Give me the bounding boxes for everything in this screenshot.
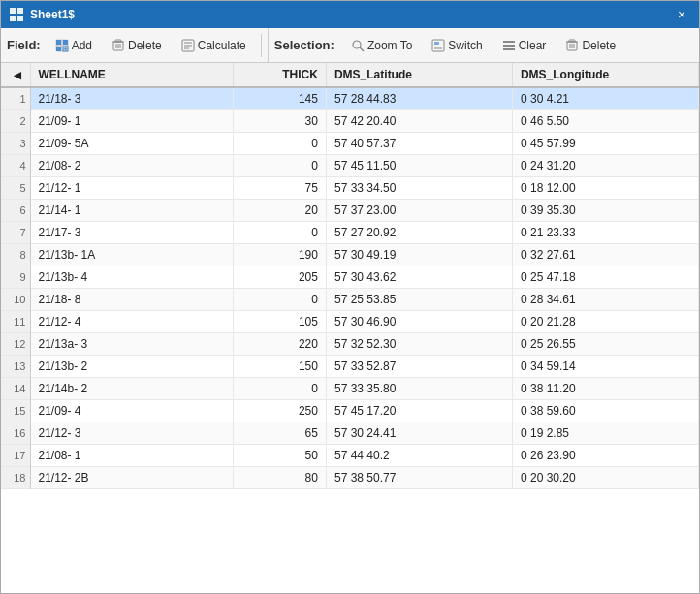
table-row[interactable]: 921/13b- 420557 30 43.620 25 47.18 [1, 266, 699, 289]
row-number: 13 [1, 356, 30, 378]
cell-thick: 190 [233, 244, 326, 266]
svg-rect-24 [434, 42, 439, 45]
table-row[interactable]: 821/13b- 1A19057 30 49.190 32 27.61 [1, 244, 699, 266]
cell-wellname: 21/09- 5A [30, 133, 233, 155]
table-row[interactable]: 1321/13b- 215057 33 52.870 34 59.14 [1, 356, 699, 378]
cell-thick: 80 [233, 467, 326, 489]
cell-dms-lon: 0 26 23.90 [512, 445, 698, 467]
delete-icon-2 [565, 39, 579, 52]
svg-rect-0 [10, 8, 16, 14]
window-title: Sheet1$ [30, 8, 666, 21]
svg-point-21 [353, 41, 361, 48]
cell-thick: 205 [233, 266, 326, 289]
delete-button-2[interactable]: Delete [557, 32, 624, 59]
cell-thick: 250 [233, 400, 326, 422]
table-row[interactable]: 121/18- 314557 28 44.830 30 4.21 [1, 87, 699, 110]
table-row[interactable]: 321/09- 5A057 40 57.370 45 57.99 [1, 133, 699, 155]
zoom-to-button[interactable]: Zoom To [342, 32, 421, 59]
table-row[interactable]: 521/12- 17557 33 34.500 18 12.00 [1, 177, 699, 200]
table-row[interactable]: 1421/14b- 2057 33 35.800 38 11.20 [1, 378, 699, 400]
cell-wellname: 21/14b- 2 [30, 378, 233, 400]
switch-button[interactable]: Switch [423, 32, 491, 59]
cell-thick: 30 [233, 110, 326, 133]
row-number: 16 [1, 422, 30, 445]
cell-dms-lat: 57 30 24.41 [326, 422, 512, 445]
close-button[interactable]: × [672, 5, 691, 24]
table-row[interactable]: 621/14- 12057 37 23.000 39 35.30 [1, 200, 699, 222]
clear-label: Clear [519, 39, 547, 52]
cell-dms-lat: 57 33 52.87 [326, 356, 512, 378]
table-row[interactable]: 1621/12- 36557 30 24.410 19 2.85 [1, 422, 699, 445]
row-number: 18 [1, 467, 30, 489]
table-row[interactable]: 721/17- 3057 27 20.920 21 23.33 [1, 222, 699, 244]
row-number: 5 [1, 177, 30, 200]
col-header-dms-lat[interactable]: DMS_Latitude [326, 63, 512, 87]
cell-dms-lon: 0 30 4.21 [512, 87, 698, 110]
cell-dms-lon: 0 34 59.14 [512, 356, 698, 378]
cell-wellname: 21/14- 1 [30, 200, 233, 222]
cell-wellname: 21/17- 3 [30, 222, 233, 244]
table-row[interactable]: 1521/09- 425057 45 17.200 38 59.60 [1, 400, 699, 422]
cell-dms-lon: 0 38 59.60 [512, 400, 698, 422]
table-row[interactable]: 221/09- 13057 42 20.400 46 5.50 [1, 110, 699, 133]
cell-dms-lat: 57 30 46.90 [326, 311, 512, 333]
cell-wellname: 21/12- 3 [30, 422, 233, 445]
cell-dms-lon: 0 46 5.50 [512, 110, 698, 133]
col-header-rownum: ◀ [1, 63, 30, 87]
cell-wellname: 21/08- 2 [30, 155, 233, 177]
add-button[interactable]: Add [47, 32, 101, 59]
cell-dms-lon: 0 18 12.00 [512, 177, 698, 200]
cell-dms-lat: 57 45 11.50 [326, 155, 512, 177]
delete-button-1[interactable]: Delete [103, 32, 171, 59]
row-number: 11 [1, 311, 30, 333]
delete-label-1: Delete [128, 39, 162, 52]
cell-wellname: 21/18- 3 [30, 87, 233, 110]
col-header-wellname[interactable]: WELLNAME [30, 63, 233, 87]
table-row[interactable]: 1821/12- 2B8057 38 50.770 20 30.20 [1, 467, 699, 489]
table-row[interactable]: 1221/13a- 322057 32 52.300 25 26.55 [1, 333, 699, 356]
add-icon [55, 39, 69, 52]
cell-thick: 0 [233, 222, 326, 244]
table-row[interactable]: 421/08- 2057 45 11.500 24 31.20 [1, 155, 699, 177]
cell-dms-lat: 57 30 49.19 [326, 244, 512, 266]
cell-dms-lon: 0 32 27.61 [512, 244, 698, 266]
col-header-thick[interactable]: THICK [233, 63, 326, 87]
selection-label: Selection: [268, 28, 340, 62]
cell-dms-lat: 57 38 50.77 [326, 467, 512, 489]
row-number: 6 [1, 200, 30, 222]
cell-dms-lat: 57 25 53.85 [326, 289, 512, 311]
cell-wellname: 21/13b- 1A [30, 244, 233, 266]
row-number: 8 [1, 244, 30, 266]
cell-wellname: 21/12- 1 [30, 177, 233, 200]
svg-line-22 [360, 47, 364, 51]
row-number: 14 [1, 378, 30, 400]
table-row[interactable]: 1721/08- 15057 44 40.20 26 23.90 [1, 445, 699, 467]
svg-rect-25 [434, 47, 442, 49]
table-container[interactable]: ◀ WELLNAME THICK DMS_Latitude DMS_Longit… [1, 63, 699, 593]
col-header-dms-lon[interactable]: DMS_Longitude [512, 63, 698, 87]
table-row[interactable]: 1121/12- 410557 30 46.900 20 21.28 [1, 311, 699, 333]
toolbar-separator-1 [261, 34, 262, 57]
row-number: 9 [1, 266, 30, 289]
svg-rect-13 [115, 40, 121, 42]
zoom-to-label: Zoom To [367, 39, 412, 52]
row-number: 3 [1, 133, 30, 155]
cell-dms-lat: 57 33 34.50 [326, 177, 512, 200]
cell-dms-lon: 0 20 21.28 [512, 311, 698, 333]
cell-thick: 145 [233, 87, 326, 110]
svg-rect-28 [503, 48, 515, 50]
table-row[interactable]: 1021/18- 8057 25 53.850 28 34.61 [1, 289, 699, 311]
cell-wellname: 21/09- 1 [30, 110, 233, 133]
cell-dms-lat: 57 27 20.92 [326, 222, 512, 244]
cell-dms-lat: 57 32 52.30 [326, 333, 512, 356]
cell-dms-lat: 57 44 40.2 [326, 445, 512, 467]
svg-rect-7 [56, 47, 61, 51]
row-number: 17 [1, 445, 30, 467]
calculate-button[interactable]: Calculate [173, 32, 255, 59]
cell-thick: 0 [233, 289, 326, 311]
cell-thick: 0 [233, 155, 326, 177]
cell-wellname: 21/18- 8 [30, 289, 233, 311]
svg-rect-31 [569, 40, 575, 42]
window-icon [9, 7, 24, 22]
clear-button[interactable]: Clear [493, 32, 556, 59]
